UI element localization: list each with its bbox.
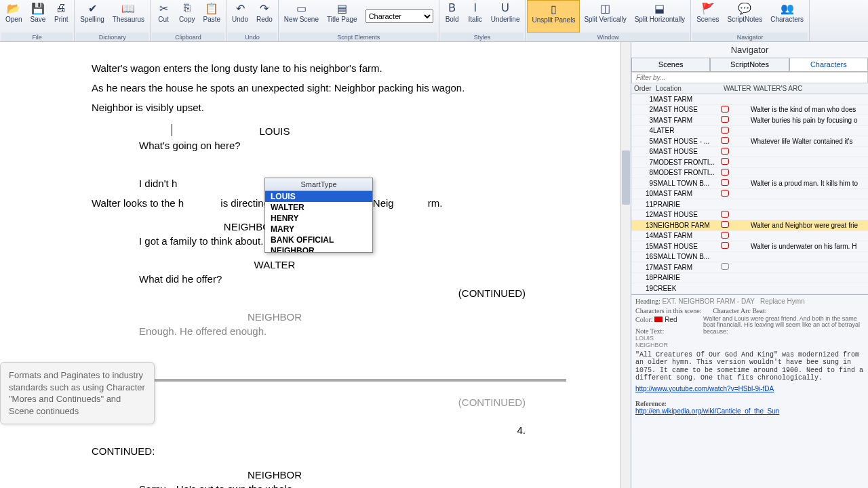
print-button[interactable]: 🖨Print <box>50 0 73 33</box>
new-scene-button[interactable]: ▭New Scene <box>280 0 323 33</box>
scene-row[interactable]: 5MAST HOUSE - ...Whatever life Walter co… <box>631 136 868 147</box>
split-v-button[interactable]: ◫Split Vertically <box>580 0 630 33</box>
scroll-thumb[interactable] <box>622 150 630 205</box>
tab-characters[interactable]: Characters <box>789 58 868 71</box>
element-type-select[interactable]: Character <box>366 9 433 23</box>
col-order[interactable]: Order <box>631 83 653 94</box>
smarttype-item[interactable]: HENRY <box>265 213 372 224</box>
scene-row[interactable]: 7MODEST FRONTI... <box>631 157 868 168</box>
walter-marker-icon <box>721 127 729 134</box>
scene-row[interactable]: 8MODEST FRONTI... <box>631 168 868 179</box>
character-name[interactable]: WALTER <box>173 258 376 272</box>
vertical-scrollbar[interactable] <box>620 42 631 488</box>
link-youtube[interactable]: http://www.youtube.com/watch?v=HSbl-9i-f… <box>635 385 774 392</box>
scene-row[interactable]: 18PRAIRIE <box>631 273 868 284</box>
split-h-button[interactable]: ⬓Split Horizontally <box>631 0 689 33</box>
ribbon-label: Redo <box>256 16 273 23</box>
ribbon-label: Open <box>5 16 22 23</box>
walter-marker-icon <box>721 242 729 249</box>
undo-button[interactable]: ↶Undo <box>228 0 252 33</box>
title-page-button[interactable]: ▤Title Page <box>323 0 361 33</box>
scene-row[interactable]: 15MAST HOUSEWalter is underwater on his … <box>631 241 868 252</box>
ribbon-label: Split Vertically <box>584 16 626 23</box>
tip-balloon: Formats and Paginates to industry standa… <box>0 362 155 424</box>
redo-button[interactable]: ↷Redo <box>252 0 277 33</box>
scene-row[interactable]: 1MAST FARM <box>631 94 868 105</box>
scene-row[interactable]: 9SMALL TOWN B...Walter is a proud man. I… <box>631 178 868 189</box>
italic-icon: I <box>468 1 483 15</box>
note-text[interactable]: "All Creatures Of Our God And King" was … <box>635 351 864 382</box>
smarttype-item[interactable]: WALTER <box>265 202 372 213</box>
ribbon-group-label: Undo <box>228 33 277 41</box>
bold-icon: B <box>445 1 460 15</box>
scene-row[interactable]: 11PRAIRIE <box>631 199 868 210</box>
continued-marker: (CONTINUED) <box>92 286 526 300</box>
scenes-icon: 🚩 <box>701 1 715 15</box>
tab-scenes[interactable]: Scenes <box>631 58 710 71</box>
spelling-button[interactable]: ✔Spelling <box>76 0 108 33</box>
col-arc[interactable]: WALTER'S ARC <box>751 83 868 94</box>
walter-marker-icon <box>721 211 729 218</box>
ribbon-label: Characters <box>770 16 804 23</box>
scene-row[interactable]: 4LATER <box>631 126 868 137</box>
copy-button[interactable]: ⎘Copy <box>175 0 199 33</box>
continued-left: CONTINUED: <box>92 444 539 458</box>
col-walter[interactable]: WALTER <box>721 83 751 94</box>
dialogue-text[interactable]: What did he offer? <box>139 272 397 286</box>
smarttype-item[interactable]: BANK OFFICIAL <box>265 235 372 245</box>
ribbon-label: Thesaurus <box>113 16 144 23</box>
thesaurus-button[interactable]: 📖Thesaurus <box>108 0 149 33</box>
unsplit-button[interactable]: ▯Unsplit Panels <box>527 0 580 33</box>
action-text[interactable]: As he nears the house he spots an unexpe… <box>92 81 539 95</box>
ribbon-label: Split Horizontally <box>635 16 685 23</box>
tab-scriptnotes[interactable]: ScriptNotes <box>710 58 789 71</box>
smarttype-list[interactable]: LOUISWALTERHENRYMARYBANK OFFICIALNEIGHBO… <box>265 191 372 252</box>
characters-button[interactable]: 👥Characters <box>766 0 808 33</box>
scene-row[interactable]: 13NEIGHBOR FARMWalter and Neighbor were … <box>631 220 868 231</box>
italic-button[interactable]: IItalic <box>464 0 487 33</box>
character-name[interactable] <box>173 162 376 176</box>
col-location[interactable]: Location <box>653 83 721 94</box>
character-name[interactable]: NEIGHBOR <box>173 310 376 324</box>
scene-row[interactable]: 6MAST HOUSE <box>631 147 868 158</box>
smarttype-item[interactable]: NEIGHBOR <box>265 245 372 252</box>
dialogue-text[interactable]: Sarpy... He's out to own the whole <box>139 482 397 488</box>
underline-button[interactable]: UUnderline <box>487 0 524 33</box>
walter-marker-icon <box>721 106 729 113</box>
split-v-icon: ◫ <box>598 1 613 15</box>
cut-button[interactable]: ✂Cut <box>152 0 175 33</box>
ribbon-label: Bold <box>446 16 459 23</box>
action-text[interactable]: Walter's wagon enters the long dusty lan… <box>92 61 539 75</box>
walter-marker-icon <box>721 158 729 165</box>
scriptnotes-button[interactable]: 💬ScriptNotes <box>723 0 766 33</box>
heading-value: EXT. NEIGHBOR FARM - DAY <box>662 298 754 305</box>
scene-row[interactable]: 2MAST HOUSEWalter is the kind of man who… <box>631 105 868 116</box>
character-name[interactable]: NEIGHBOR <box>173 468 376 482</box>
scene-row[interactable]: 10MAST FARM <box>631 189 868 200</box>
dialogue-text[interactable]: Enough. He offered enough. <box>139 324 397 338</box>
cut-icon: ✂ <box>156 1 171 15</box>
scriptnotes-icon: 💬 <box>737 1 752 15</box>
open-button[interactable]: 📂Open <box>1 0 26 33</box>
characters-icon: 👥 <box>780 1 795 15</box>
link-wikipedia[interactable]: http://en.wikipedia.org/wiki/Canticle_of… <box>635 407 779 415</box>
ribbon-label: Unsplit Panels <box>532 16 575 24</box>
smarttype-item[interactable]: LOUIS <box>265 191 372 202</box>
scenes-button[interactable]: 🚩Scenes <box>692 0 723 33</box>
scene-row[interactable]: 3MAST FARMWalter buries his pain by focu… <box>631 115 868 126</box>
action-text[interactable]: Neighbor is visibly upset. <box>92 100 539 115</box>
bold-button[interactable]: BBold <box>441 0 464 33</box>
navigator-filter-input[interactable] <box>631 72 868 83</box>
smarttype-item[interactable]: MARY <box>265 224 372 235</box>
scene-row[interactable]: 14MAST FARM <box>631 231 868 242</box>
save-button[interactable]: 💾Save <box>26 0 50 33</box>
dialogue-text[interactable]: What's going on here? <box>139 138 397 152</box>
scene-row[interactable]: 17MAST FARM <box>631 262 868 273</box>
scene-row[interactable]: 19CREEK <box>631 283 868 294</box>
scene-row[interactable]: 16SMALL TOWN B... <box>631 252 868 263</box>
arc-beat-text: Walter and Louis were great friend. And … <box>703 316 864 348</box>
character-name[interactable]: LOUIS <box>173 124 376 138</box>
ribbon-label: Print <box>54 16 68 23</box>
paste-button[interactable]: 📋Paste <box>199 0 224 33</box>
scene-row[interactable]: 12MAST HOUSE <box>631 210 868 221</box>
